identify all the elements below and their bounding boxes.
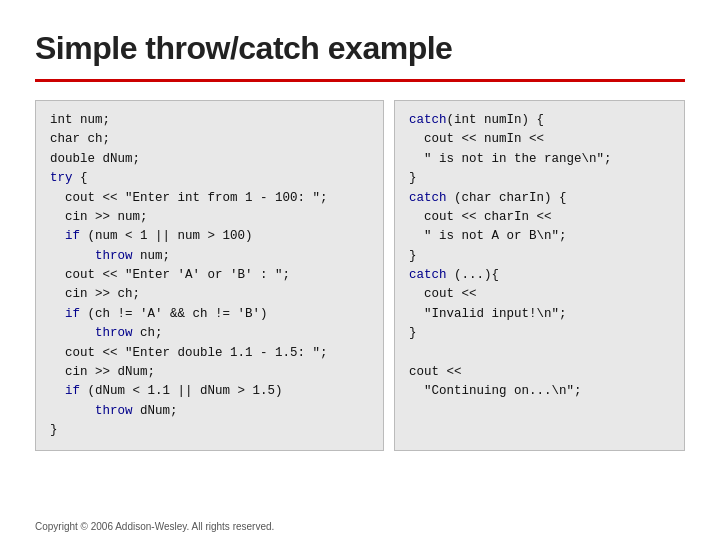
- divider-line: [35, 79, 685, 82]
- code-left: int num; char ch; double dNum; try { cou…: [35, 100, 384, 451]
- slide-title: Simple throw/catch example: [35, 30, 685, 67]
- code-left-content: int num; char ch; double dNum; try { cou…: [50, 113, 328, 437]
- code-right-content: catch(int numIn) { cout << numIn << " is…: [409, 113, 612, 398]
- code-right: catch(int numIn) { cout << numIn << " is…: [394, 100, 685, 451]
- copyright-text: Copyright © 2006 Addison-Wesley. All rig…: [35, 521, 274, 532]
- slide: Simple throw/catch example int num; char…: [0, 0, 720, 540]
- code-area: int num; char ch; double dNum; try { cou…: [35, 100, 685, 451]
